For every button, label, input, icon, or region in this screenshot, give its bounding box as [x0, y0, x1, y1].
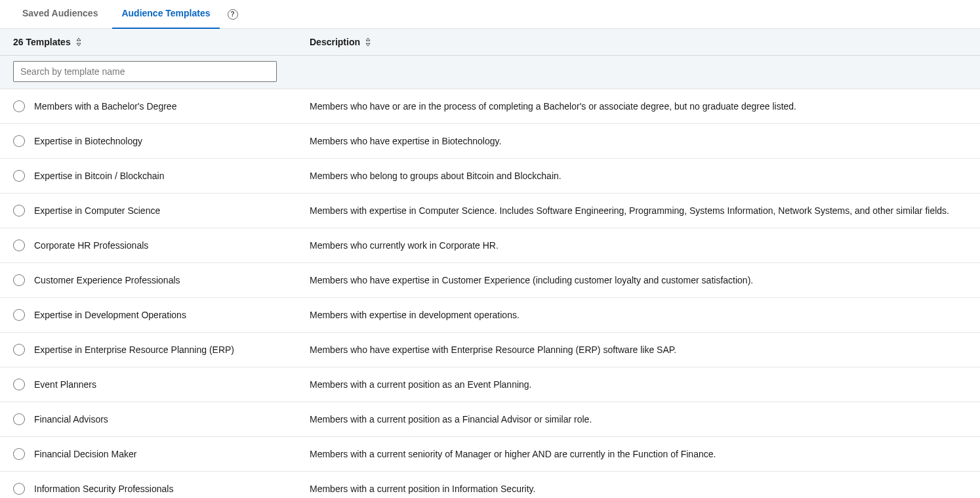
radio-button[interactable] [13, 100, 25, 112]
template-row[interactable]: Expertise in Development OperationsMembe… [0, 298, 980, 333]
template-row[interactable]: Information Security ProfessionalsMember… [0, 472, 980, 498]
template-name: Members with a Bachelor's Degree [34, 101, 310, 112]
template-name: Expertise in Biotechnology [34, 136, 310, 146]
template-name: Event Planners [34, 379, 310, 390]
radio-wrap [13, 483, 34, 495]
template-row[interactable]: Members with a Bachelor's DegreeMembers … [0, 89, 980, 124]
template-row[interactable]: Expertise in Bitcoin / BlockchainMembers… [0, 159, 980, 194]
radio-button[interactable] [13, 379, 25, 390]
template-description: Members who currently work in Corporate … [310, 240, 967, 251]
template-description: Members with a current position in Infor… [310, 484, 967, 494]
template-description: Members who have expertise with Enterpri… [310, 344, 967, 355]
template-name: Expertise in Development Operations [34, 310, 310, 320]
template-name: Information Security Professionals [34, 484, 310, 494]
radio-wrap [13, 135, 34, 147]
tab-audience-templates[interactable]: Audience Templates [112, 0, 219, 29]
radio-button[interactable] [13, 413, 25, 425]
templates-count-label: 26 Templates [13, 37, 71, 47]
template-description: Members with expertise in Computer Scien… [310, 205, 967, 216]
template-name: Financial Advisors [34, 414, 310, 425]
column-header-templates[interactable]: 26 Templates [13, 37, 310, 47]
column-header-row: 26 Templates Description [0, 29, 980, 56]
template-description: Members with expertise in development op… [310, 310, 967, 320]
template-description: Members who belong to groups about Bitco… [310, 171, 967, 181]
search-input[interactable] [13, 61, 277, 82]
radio-button[interactable] [13, 448, 25, 460]
radio-button[interactable] [13, 483, 25, 495]
template-name: Financial Decision Maker [34, 449, 310, 459]
template-description: Members with a current position as a Fin… [310, 414, 967, 425]
radio-button[interactable] [13, 205, 25, 217]
radio-wrap [13, 413, 34, 425]
radio-wrap [13, 274, 34, 286]
radio-wrap [13, 205, 34, 217]
template-description: Members with a current seniority of Mana… [310, 449, 967, 459]
template-name: Customer Experience Professionals [34, 275, 310, 285]
template-name: Corporate HR Professionals [34, 240, 310, 251]
radio-wrap [13, 448, 34, 460]
sort-icon [75, 37, 83, 47]
tab-saved-audiences[interactable]: Saved Audiences [13, 0, 107, 29]
template-name: Expertise in Computer Science [34, 205, 310, 216]
help-icon[interactable]: ? [228, 9, 238, 20]
template-row[interactable]: Financial AdvisorsMembers with a current… [0, 402, 980, 437]
template-row[interactable]: Expertise in Computer ScienceMembers wit… [0, 194, 980, 228]
tabs-bar: Saved Audiences Audience Templates ? [0, 0, 980, 29]
radio-wrap [13, 309, 34, 321]
radio-button[interactable] [13, 170, 25, 182]
template-row[interactable]: Expertise in Enterprise Resource Plannin… [0, 333, 980, 367]
description-label: Description [310, 37, 360, 47]
template-name: Expertise in Enterprise Resource Plannin… [34, 344, 310, 355]
radio-button[interactable] [13, 239, 25, 251]
radio-wrap [13, 379, 34, 390]
radio-wrap [13, 100, 34, 112]
template-description: Members who have expertise in Biotechnol… [310, 136, 967, 146]
radio-wrap [13, 344, 34, 356]
template-list: Members with a Bachelor's DegreeMembers … [0, 89, 980, 498]
template-row[interactable]: Corporate HR ProfessionalsMembers who cu… [0, 228, 980, 263]
template-description: Members who have or are in the process o… [310, 101, 967, 112]
radio-button[interactable] [13, 274, 25, 286]
radio-wrap [13, 239, 34, 251]
template-row[interactable]: Customer Experience ProfessionalsMembers… [0, 263, 980, 298]
template-description: Members with a current position as an Ev… [310, 379, 967, 390]
radio-button[interactable] [13, 135, 25, 147]
sort-icon [364, 37, 372, 47]
template-row[interactable]: Event PlannersMembers with a current pos… [0, 367, 980, 402]
template-row[interactable]: Expertise in BiotechnologyMembers who ha… [0, 124, 980, 159]
column-header-description[interactable]: Description [310, 37, 967, 47]
radio-wrap [13, 170, 34, 182]
template-row[interactable]: Financial Decision MakerMembers with a c… [0, 437, 980, 472]
template-description: Members who have expertise in Customer E… [310, 275, 967, 285]
search-row [0, 56, 980, 89]
radio-button[interactable] [13, 344, 25, 356]
radio-button[interactable] [13, 309, 25, 321]
template-name: Expertise in Bitcoin / Blockchain [34, 171, 310, 181]
